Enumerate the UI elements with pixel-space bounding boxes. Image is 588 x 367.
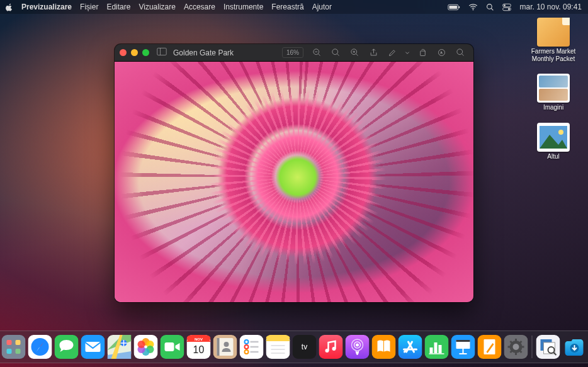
- menu-window[interactable]: Fereastră: [271, 3, 303, 11]
- svg-point-7: [504, 4, 506, 6]
- svg-point-54: [138, 341, 145, 348]
- dock-downloads[interactable]: [563, 335, 587, 359]
- flower-image: [115, 62, 473, 302]
- svg-rect-56: [165, 342, 174, 351]
- svg-rect-33: [7, 340, 12, 345]
- menu-tools[interactable]: Instrumente: [223, 3, 263, 11]
- dock: NOV10 tv: [0, 330, 588, 363]
- svg-rect-64: [217, 338, 220, 356]
- dock-tv[interactable]: tv: [293, 335, 317, 359]
- highlight-menu-chevron-icon[interactable]: [403, 46, 412, 60]
- highlight-icon[interactable]: [384, 46, 400, 60]
- dock-mail[interactable]: [81, 335, 105, 359]
- preview-window: Golden Gate Park 16%: [115, 44, 473, 302]
- svg-rect-13: [157, 48, 166, 55]
- desktop-icon-imagini[interactable]: Imagini: [528, 74, 579, 111]
- dock-numbers[interactable]: [425, 335, 449, 359]
- photo-stack-icon: [537, 74, 570, 103]
- svg-point-9: [509, 8, 511, 9]
- wifi-icon[interactable]: [468, 3, 478, 11]
- svg-point-82: [325, 349, 329, 353]
- window-close-button[interactable]: [120, 49, 127, 56]
- svg-point-83: [332, 347, 336, 351]
- share-icon[interactable]: [365, 46, 382, 60]
- dock-facetime[interactable]: [161, 335, 184, 359]
- preview-image-viewport[interactable]: [115, 62, 473, 302]
- menu-view[interactable]: Vizualizare: [139, 3, 175, 11]
- svg-point-26: [456, 49, 462, 55]
- battery-icon[interactable]: [448, 4, 460, 11]
- spotlight-icon[interactable]: [486, 3, 494, 11]
- svg-rect-107: [484, 339, 495, 354]
- dock-podcasts[interactable]: [346, 335, 370, 359]
- menu-edit[interactable]: Editare: [106, 3, 130, 11]
- svg-point-87: [356, 344, 359, 347]
- search-icon[interactable]: [452, 46, 468, 60]
- zoom-in-icon[interactable]: [346, 46, 363, 60]
- dock-contacts[interactable]: [213, 335, 237, 359]
- menu-app-name[interactable]: Previzualizare: [21, 3, 72, 11]
- svg-line-27: [461, 54, 463, 55]
- dock-calendar[interactable]: NOV10: [187, 335, 211, 359]
- svg-rect-98: [434, 342, 438, 353]
- dock-pages[interactable]: [478, 335, 502, 359]
- sidebar-toggle-icon[interactable]: [157, 47, 167, 59]
- dock-music[interactable]: [319, 335, 343, 359]
- rotate-icon[interactable]: [414, 46, 431, 60]
- dock-keynote[interactable]: [451, 335, 475, 359]
- dock-reminders[interactable]: [240, 335, 264, 359]
- svg-rect-35: [7, 349, 12, 354]
- svg-rect-99: [439, 345, 442, 353]
- zoom-percentage[interactable]: 16%: [282, 47, 303, 58]
- window-minimize-button[interactable]: [131, 49, 138, 56]
- svg-text:10: 10: [193, 344, 205, 355]
- dock-separator: [532, 336, 533, 358]
- dock-settings[interactable]: [504, 335, 528, 359]
- desktop-icon-farmers-packet[interactable]: Farmers Market Monthly Packet: [528, 18, 579, 62]
- svg-rect-81: [319, 335, 343, 359]
- dock-preview-app[interactable]: [536, 335, 560, 359]
- dock-maps[interactable]: [108, 335, 132, 359]
- apple-menu-icon[interactable]: [5, 3, 13, 11]
- preview-document-title: Golden Gate Park: [173, 48, 234, 57]
- desktop-icon-label: Altul: [547, 153, 559, 161]
- desktop: Previzualizare Fișier Editare Vizualizar…: [0, 0, 588, 367]
- svg-text:tv: tv: [302, 342, 307, 351]
- dock-safari[interactable]: [28, 335, 52, 359]
- svg-rect-36: [16, 349, 21, 354]
- svg-line-95: [405, 351, 406, 353]
- svg-rect-34: [16, 340, 21, 345]
- svg-point-3: [473, 9, 474, 10]
- dock-photos[interactable]: [134, 335, 158, 359]
- desktop-icon-altul[interactable]: Altul: [528, 123, 579, 161]
- svg-point-110: [513, 344, 519, 350]
- zoom-actual-icon[interactable]: [327, 46, 344, 60]
- menu-file[interactable]: Fișier: [80, 3, 98, 11]
- svg-line-117: [520, 341, 522, 343]
- dock-books[interactable]: [372, 335, 396, 359]
- svg-line-16: [318, 54, 320, 55]
- menubar-clock[interactable]: mar. 10 nov. 09:41: [519, 3, 582, 11]
- dock-notes[interactable]: [266, 335, 290, 359]
- svg-point-65: [224, 342, 229, 347]
- svg-point-4: [487, 4, 492, 9]
- dock-launchpad[interactable]: [2, 335, 26, 359]
- preview-toolbar: Golden Gate Park 16%: [115, 44, 473, 62]
- control-center-icon[interactable]: [502, 3, 511, 11]
- menu-go[interactable]: Accesare: [184, 3, 215, 11]
- document-icon: [537, 18, 570, 47]
- window-zoom-button[interactable]: [142, 49, 149, 56]
- dock-appstore[interactable]: [399, 335, 422, 359]
- zoom-out-icon[interactable]: [308, 46, 325, 60]
- svg-line-115: [511, 341, 512, 343]
- menu-help[interactable]: Ajutor: [312, 3, 332, 11]
- svg-rect-32: [2, 335, 26, 359]
- svg-text:NOV: NOV: [195, 337, 203, 341]
- image-thumb-icon: [537, 123, 570, 152]
- dock-messages[interactable]: [55, 335, 79, 359]
- markup-icon[interactable]: [433, 46, 449, 60]
- svg-rect-75: [266, 340, 290, 341]
- svg-rect-2: [459, 6, 460, 8]
- desktop-icons-area: Farmers Market Monthly Packet Imagini Al…: [528, 18, 579, 160]
- window-traffic-lights: [120, 49, 149, 56]
